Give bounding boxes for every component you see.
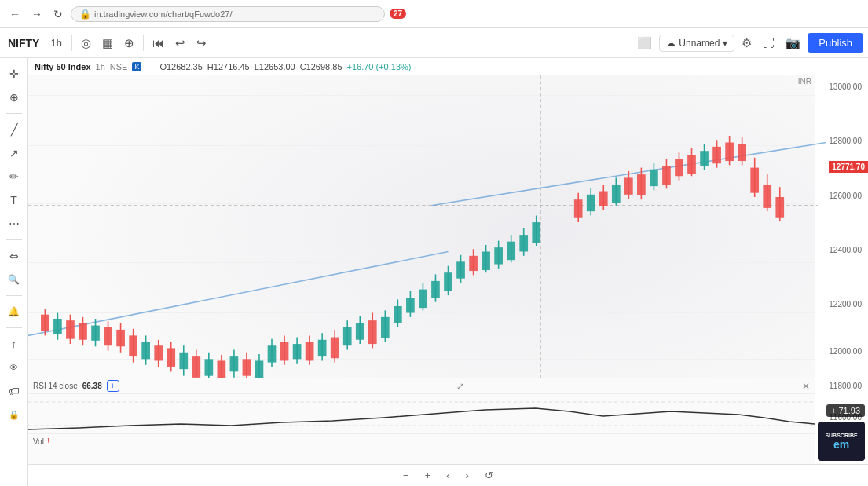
rsi-panel-header: RSI 14 close 66.38 + ⤢ ✕ bbox=[28, 378, 815, 394]
rsi-label: RSI 14 close bbox=[33, 382, 78, 390]
reset-button[interactable]: ↺ bbox=[480, 468, 498, 483]
undo-button[interactable]: ↩ bbox=[171, 34, 189, 53]
refresh-button[interactable]: ↻ bbox=[50, 6, 66, 22]
price-label-5: 12200.00 bbox=[829, 301, 865, 309]
sidebar-item-text[interactable]: T bbox=[3, 189, 25, 211]
vol-bar: Vol ! bbox=[28, 433, 815, 449]
replay-icon: ⏮ bbox=[152, 36, 164, 49]
subscribe-box[interactable]: SUBSCRIBE em bbox=[818, 422, 865, 461]
unnamed-label: Unnamed bbox=[679, 38, 720, 49]
bottom-panels: RSI 14 close 66.38 + ⤢ ✕ bbox=[28, 378, 815, 464]
indicator-icon: ◎ bbox=[81, 36, 91, 50]
chart-type-icon: ▦ bbox=[102, 36, 113, 50]
chart-type-button[interactable]: ▦ bbox=[98, 34, 117, 53]
sidebar-separator-2 bbox=[6, 239, 22, 240]
address-bar[interactable]: 🔒 in.tradingview.com/chart/qFuwdo27/ bbox=[71, 6, 385, 22]
lock-icon: 🔒 bbox=[79, 9, 91, 20]
chart-symbol: Nifty 50 Index bbox=[35, 62, 91, 71]
bottom-toolbar: − + ‹ › ↺ bbox=[28, 464, 868, 486]
grid-line-3 bbox=[28, 203, 815, 204]
grid-line-4 bbox=[28, 262, 815, 263]
scroll-left-button[interactable]: ‹ bbox=[441, 468, 454, 483]
sidebar-item-measure[interactable]: ⇔ bbox=[3, 245, 25, 267]
price-label-6: 12000.00 bbox=[829, 348, 865, 356]
chart-high: H12716.45 bbox=[207, 62, 250, 71]
sidebar-item-cursor[interactable]: ✛ bbox=[3, 63, 25, 85]
symbol-label: NIFTY bbox=[5, 37, 42, 49]
chart-open: O12682.35 bbox=[159, 62, 202, 71]
url-text: in.tradingview.com/chart/qFuwdo27/ bbox=[94, 9, 232, 19]
chart-type-badge: K bbox=[132, 62, 141, 71]
value-badge: + 71.93 bbox=[826, 404, 865, 417]
sidebar-item-ray[interactable]: ↗ bbox=[3, 142, 25, 164]
settings-button[interactable]: ⚙ bbox=[738, 34, 756, 53]
sidebar-item-eye[interactable]: 👁 bbox=[3, 356, 25, 378]
publish-button[interactable]: Publish bbox=[808, 33, 863, 53]
sidebar-separator-3 bbox=[6, 295, 22, 296]
browser-topbar: ← → ↻ 🔒 in.tradingview.com/chart/qFuwdo2… bbox=[0, 0, 868, 28]
chart-low: L12653.00 bbox=[255, 62, 295, 71]
cloud-icon: ☁ bbox=[666, 38, 676, 49]
settings-icon: ⚙ bbox=[742, 36, 752, 50]
sidebar-item-alert[interactable]: 🔔 bbox=[3, 301, 25, 323]
sidebar-item-arrow-up[interactable]: ↑ bbox=[3, 333, 25, 355]
sidebar-item-crosshair[interactable]: ⊕ bbox=[3, 86, 25, 108]
toolbar-separator bbox=[71, 35, 72, 51]
notification-badge: 27 bbox=[390, 9, 406, 19]
vol-alert: ! bbox=[47, 437, 49, 446]
indicator-button[interactable]: ◎ bbox=[77, 34, 95, 53]
screenshot-button[interactable]: 📷 bbox=[782, 34, 804, 53]
layout-button[interactable]: ⬜ bbox=[633, 34, 656, 53]
grid-line-2 bbox=[28, 145, 815, 146]
timeframe-button[interactable]: 1h bbox=[46, 35, 66, 50]
chart-canvas[interactable]: 13000.00 12800.00 12600.00 12400.00 1220… bbox=[28, 75, 868, 464]
fullscreen-icon: ⛶ bbox=[763, 36, 775, 49]
redo-button[interactable]: ↪ bbox=[192, 34, 211, 53]
chart-area[interactable]: Nifty 50 Index 1h NSE K — O12682.35 H127… bbox=[28, 58, 868, 486]
zoom-out-button[interactable]: − bbox=[398, 468, 414, 483]
sidebar-item-pattern[interactable]: ⋯ bbox=[3, 213, 25, 235]
compare-icon: ⊕ bbox=[124, 36, 134, 50]
undo-icon: ↩ bbox=[175, 36, 185, 50]
sidebar-separator-1 bbox=[6, 113, 22, 114]
info-bar: Nifty 50 Index 1h NSE K — O12682.35 H127… bbox=[28, 58, 868, 75]
chart-close: C12698.85 bbox=[300, 62, 342, 71]
grid-line-6 bbox=[28, 359, 815, 360]
rsi-close-button[interactable]: ✕ bbox=[802, 381, 810, 392]
sidebar-item-brush[interactable]: ✏ bbox=[3, 166, 25, 188]
rsi-value: 66.38 bbox=[82, 382, 102, 390]
price-label-7: 11800.00 bbox=[829, 382, 865, 390]
toolbar-separator-2 bbox=[143, 35, 144, 51]
current-price-badge: 12771.70 bbox=[829, 161, 868, 173]
main-layout: ✛ ⊕ ╱ ↗ ✏ T ⋯ ⇔ 🔍 🔔 ↑ 👁 🏷 🔒 Nifty 50 Ind… bbox=[0, 58, 868, 486]
value-badge-sign: + bbox=[831, 406, 836, 415]
zoom-in-button[interactable]: + bbox=[420, 468, 436, 483]
scroll-right-button[interactable]: › bbox=[461, 468, 474, 483]
em-logo: em bbox=[833, 438, 849, 451]
chart-toolbar: NIFTY 1h ◎ ▦ ⊕ ⏮ ↩ ↪ ⬜ ☁ Unnamed ▾ ⚙ ⛶ 📷… bbox=[0, 28, 868, 58]
price-label-3: 12600.00 bbox=[829, 192, 865, 200]
chevron-down-icon: ▾ bbox=[723, 38, 727, 49]
rsi-add-button[interactable]: + bbox=[107, 380, 119, 392]
layout-icon: ⬜ bbox=[637, 36, 652, 50]
replay-button[interactable]: ⏮ bbox=[148, 34, 168, 52]
screenshot-icon: 📷 bbox=[786, 36, 800, 50]
unnamed-button[interactable]: ☁ Unnamed ▾ bbox=[659, 35, 734, 52]
subscribe-text: SUBSCRIBE bbox=[825, 433, 857, 438]
redo-icon: ↪ bbox=[196, 36, 207, 50]
fullscreen-button[interactable]: ⛶ bbox=[759, 34, 778, 52]
currency-label: INR bbox=[798, 77, 811, 86]
sidebar-item-tag[interactable]: 🏷 bbox=[3, 380, 25, 402]
forward-button[interactable]: → bbox=[28, 6, 46, 22]
chart-timeframe: 1h bbox=[96, 62, 105, 71]
vol-label: Vol bbox=[33, 437, 44, 446]
rsi-expand-button[interactable]: ⤢ bbox=[456, 381, 464, 392]
sidebar-item-zoom[interactable]: 🔍 bbox=[3, 269, 25, 291]
left-sidebar: ✛ ⊕ ╱ ↗ ✏ T ⋯ ⇔ 🔍 🔔 ↑ 👁 🏷 🔒 bbox=[0, 58, 28, 486]
compare-button[interactable]: ⊕ bbox=[120, 34, 138, 53]
grid-line-1 bbox=[28, 95, 815, 96]
sidebar-item-line[interactable]: ╱ bbox=[3, 119, 25, 141]
price-label-4: 12400.00 bbox=[829, 247, 865, 254]
sidebar-item-lock[interactable]: 🔒 bbox=[3, 404, 25, 426]
back-button[interactable]: ← bbox=[6, 6, 24, 22]
